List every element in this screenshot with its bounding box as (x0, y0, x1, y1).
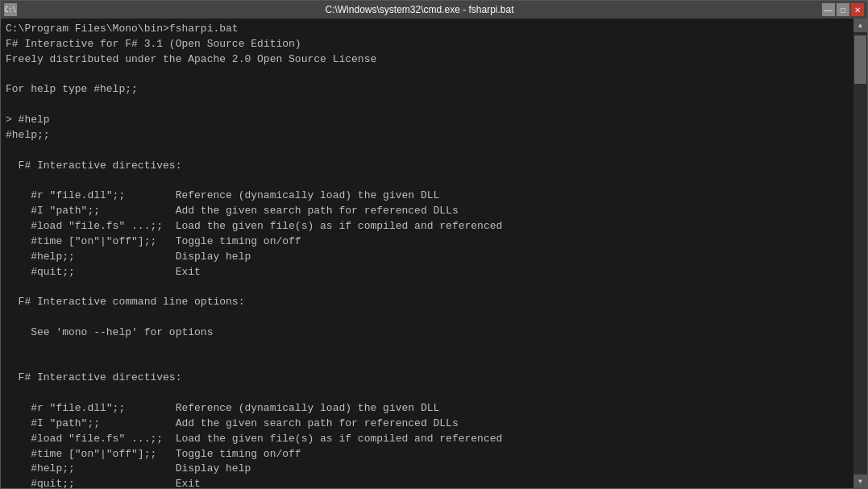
minimize-button[interactable]: — (822, 3, 835, 16)
scroll-track (853, 32, 867, 474)
scroll-thumb[interactable] (854, 35, 866, 84)
window-title: C:\Windows\system32\cmd.exe - fsharpi.ba… (17, 4, 822, 15)
window-icon: C:\ (4, 3, 17, 16)
maximize-button[interactable]: □ (837, 3, 849, 16)
title-bar: C:\ C:\Windows\system32\cmd.exe - fsharp… (1, 1, 867, 19)
console-area: C:\Program Files\Mono\bin>fsharpi.bat F#… (1, 19, 867, 488)
scroll-up-button[interactable]: ▲ (853, 19, 867, 32)
console-output[interactable]: C:\Program Files\Mono\bin>fsharpi.bat F#… (1, 19, 853, 488)
cmd-window: C:\ C:\Windows\system32\cmd.exe - fsharp… (0, 0, 868, 489)
window-controls: — □ ✕ (822, 3, 864, 16)
scrollbar[interactable]: ▲ ▼ (853, 19, 867, 488)
scroll-down-button[interactable]: ▼ (853, 474, 867, 488)
close-button[interactable]: ✕ (851, 3, 864, 16)
